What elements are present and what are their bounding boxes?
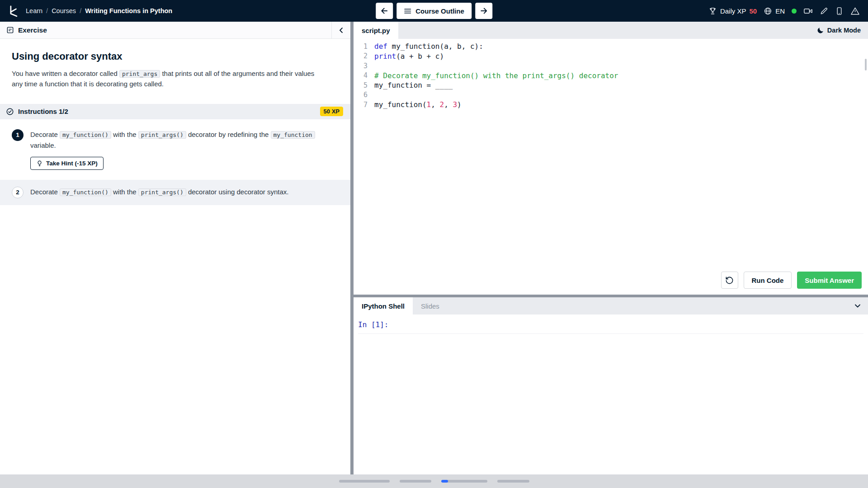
topbar-right: Daily XP 50 EN — [708, 6, 860, 16]
code-token: my_function = ____ — [374, 81, 453, 89]
code-line[interactable]: 6 — [354, 90, 868, 100]
code-token: def — [374, 42, 387, 51]
topbar-left: Learn / Courses / Writing Functions in P… — [8, 5, 172, 17]
report-issue-warning-icon[interactable] — [850, 6, 860, 16]
language-label: EN — [775, 7, 785, 15]
exercise-panel: Exercise Using decorator syntax You have… — [0, 22, 350, 474]
daily-xp-value: 50 — [749, 7, 757, 15]
main-area: Exercise Using decorator syntax You have… — [0, 22, 868, 474]
breadcrumb-separator: / — [46, 7, 48, 14]
code-token: 3 — [453, 100, 457, 109]
mobile-phone-icon[interactable] — [835, 7, 844, 15]
instructions-list: 1 Decorate my_function() with the print_… — [0, 119, 350, 205]
top-bar: Learn / Courses / Writing Functions in P… — [0, 0, 868, 22]
course-outline-button[interactable]: Course Outline — [396, 3, 472, 19]
exercise-panel-title: Exercise — [18, 26, 47, 34]
code-text: print(a + b + c) — [374, 52, 444, 61]
exercise-panel-header: Exercise — [0, 22, 350, 39]
collapse-panel-button[interactable] — [331, 22, 350, 38]
trophy-icon — [708, 7, 717, 15]
text-fragment: variable. — [30, 141, 56, 149]
connection-status-dot — [792, 9, 797, 14]
xp-badge: 50 XP — [320, 107, 343, 116]
breadcrumb-item-learn[interactable]: Learn — [26, 7, 42, 14]
text-fragment: You have written a decorator called — [12, 70, 119, 77]
code-line[interactable]: 7my_function(1, 2, 3) — [354, 100, 868, 110]
text-fragment: Decorate — [30, 188, 60, 196]
code-line[interactable]: 4# Decorate my_function() with the print… — [354, 71, 868, 81]
moon-icon — [817, 27, 824, 34]
shell-body[interactable]: In [1]: — [354, 314, 868, 474]
dark-mode-toggle[interactable]: Dark Mode — [810, 22, 868, 39]
code-token: (a + b + c) — [396, 52, 444, 61]
editor-actions: Run Code Submit Answer — [721, 272, 862, 289]
code-token: , — [444, 100, 453, 109]
instruction-item-2: 2 Decorate my_function() with the print_… — [0, 180, 350, 205]
tab-script-py[interactable]: script.py — [354, 22, 398, 39]
chevron-down-icon — [854, 302, 861, 310]
instruction-number-badge: 1 — [12, 129, 24, 141]
course-outline-label: Course Outline — [415, 7, 464, 15]
shell-prompt: In [1]: — [358, 320, 388, 329]
line-number: 3 — [354, 62, 374, 70]
reset-code-button[interactable] — [721, 272, 738, 289]
code-line[interactable]: 1def my_function(a, b, c): — [354, 42, 868, 52]
video-camera-icon[interactable] — [803, 6, 813, 16]
daily-xp-indicator[interactable]: Daily XP 50 — [708, 7, 757, 15]
instruction-item-1: 1 Decorate my_function() with the print_… — [0, 119, 350, 180]
code-text: def my_function(a, b, c): — [374, 42, 483, 51]
line-number: 6 — [354, 91, 374, 99]
arrow-left-icon — [380, 6, 389, 15]
code-line[interactable]: 2 print(a + b + c) — [354, 52, 868, 61]
code-token: my_function(a, b, c): — [387, 42, 483, 51]
pencil-icon[interactable] — [820, 7, 828, 15]
run-code-button[interactable]: Run Code — [744, 272, 792, 289]
code-lines: 1def my_function(a, b, c):2 print(a + b … — [354, 42, 868, 110]
text-fragment: decorator using decorator syntax. — [186, 188, 289, 196]
console-tab-bar: IPython Shell Slides — [354, 297, 868, 314]
instruction-number-badge: 2 — [12, 187, 24, 198]
breadcrumb-separator: / — [80, 7, 81, 14]
exercise-content: Using decorator syntax You have written … — [0, 39, 350, 474]
dark-mode-label: Dark Mode — [827, 27, 861, 34]
inline-code: print_args() — [138, 131, 186, 139]
code-editor[interactable]: 1def my_function(a, b, c):2 print(a + b … — [354, 39, 868, 295]
tab-ipython-shell[interactable]: IPython Shell — [354, 297, 413, 314]
breadcrumb-item-courses[interactable]: Courses — [52, 7, 76, 14]
progress-segment[interactable] — [339, 480, 390, 483]
code-text: my_function = ____ — [374, 81, 453, 89]
code-token: ) — [457, 100, 462, 109]
code-token: 2 — [440, 100, 444, 109]
breadcrumb: Learn / Courses / Writing Functions in P… — [26, 7, 172, 14]
progress-segment[interactable] — [441, 480, 487, 483]
progress-segment[interactable] — [400, 480, 431, 483]
datacamp-logo[interactable] — [8, 5, 20, 17]
next-exercise-button[interactable] — [475, 3, 492, 19]
tab-slides[interactable]: Slides — [413, 297, 448, 314]
code-token: 1 — [427, 100, 431, 109]
exercise-icon — [6, 26, 14, 34]
code-text: # Decorate my_function() with the print_… — [374, 71, 618, 80]
line-number: 7 — [354, 101, 374, 109]
daily-xp-label: Daily XP — [720, 7, 746, 15]
lightbulb-icon — [36, 160, 43, 167]
arrow-right-icon — [479, 6, 488, 15]
exercise-body: Using decorator syntax You have written … — [0, 39, 350, 104]
code-line[interactable]: 3 — [354, 61, 868, 71]
progress-segment-fill — [441, 480, 448, 483]
shell-prompt-row: In [1]: — [358, 319, 863, 334]
globe-icon — [764, 7, 772, 15]
language-selector[interactable]: EN — [764, 7, 785, 15]
progress-segment[interactable] — [497, 480, 529, 483]
collapse-console-button[interactable] — [847, 297, 868, 314]
editor-scrollbar[interactable] — [865, 59, 867, 70]
exercise-description: You have written a decorator called prin… — [12, 68, 319, 89]
previous-exercise-button[interactable] — [376, 3, 393, 19]
progress-bar — [339, 480, 529, 483]
code-line[interactable]: 5my_function = ____ — [354, 80, 868, 90]
console-panel: IPython Shell Slides In [1]: — [354, 297, 868, 474]
take-hint-button[interactable]: Take Hint (-15 XP) — [30, 157, 104, 170]
shell-input[interactable] — [393, 320, 863, 329]
submit-answer-button[interactable]: Submit Answer — [797, 272, 862, 289]
hamburger-icon — [404, 7, 411, 15]
